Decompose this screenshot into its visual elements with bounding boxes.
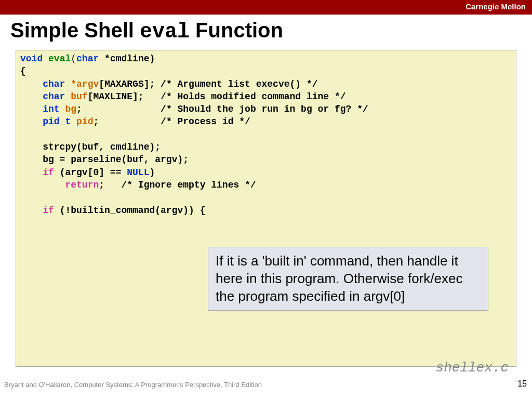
callout-box: If it is a 'built in' command, then hand… (208, 247, 488, 311)
l13-rest: (!builtin_command(argv)) { (54, 205, 206, 216)
source-filename: shellex.c (436, 360, 509, 376)
kw-char3: char (43, 91, 65, 102)
kw-if2: if (43, 205, 54, 216)
code-block: void eval(char *cmdline) { char *argv[MA… (16, 50, 516, 367)
top-banner: Carnegie Mellon (0, 0, 532, 15)
kw-void: void (20, 54, 43, 64)
slide-title: Simple Shell eval Function (0, 15, 532, 50)
footer-citation: Bryant and O'Hallaron, Computer Systems:… (4, 381, 262, 389)
var-pid: pid (76, 116, 93, 127)
kw-if1: if (43, 167, 54, 178)
l3-rest: [MAXARGS]; /* Argument list execve() */ (99, 79, 317, 89)
strcpy: strcpy(buf, cmdline); (43, 142, 161, 152)
fn-eval: eval (48, 54, 71, 64)
page-number: 15 (517, 379, 527, 389)
l10-body: (argv[0] == (54, 167, 127, 178)
kw-char2: char (43, 79, 65, 89)
brace-open: { (20, 66, 26, 76)
kw-return: return (65, 180, 99, 190)
param: *cmdline) (99, 54, 155, 64)
title-mono: eval (140, 20, 190, 44)
l10-end: ) (149, 167, 155, 178)
parseline: bg = parseline(buf, argv); (43, 154, 189, 165)
kw-int: int (43, 104, 59, 114)
kw-char: char (76, 54, 99, 64)
l5-rest: ; /* Should the job run in bg or fg? */ (76, 104, 368, 114)
l6-rest: ; /* Process id */ (93, 116, 250, 127)
kw-pidt: pid_t (43, 116, 71, 127)
l11-rest: ; /* Ignore empty lines */ (99, 180, 256, 190)
title-post: Function (190, 19, 283, 42)
kw-null: NULL (127, 167, 149, 178)
var-bg: bg (65, 104, 76, 114)
var-buf: buf (71, 91, 87, 102)
l4-rest: [MAXLINE]; /* Holds modified command lin… (88, 91, 346, 102)
var-argv: *argv (71, 79, 99, 89)
title-pre: Simple Shell (10, 19, 140, 42)
